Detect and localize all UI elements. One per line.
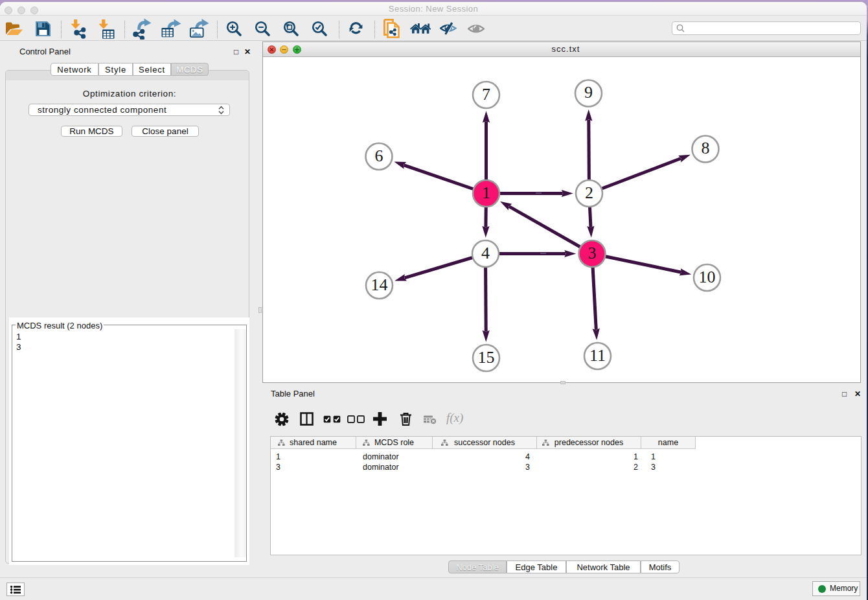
svg-text:3: 3 (588, 244, 597, 262)
svg-text:6: 6 (375, 146, 383, 165)
svg-text:9: 9 (584, 83, 593, 102)
svg-text:7: 7 (482, 85, 490, 104)
svg-text:15: 15 (478, 348, 495, 367)
svg-text:14: 14 (371, 275, 388, 294)
svg-text:10: 10 (699, 268, 716, 286)
svg-text:8: 8 (702, 139, 710, 157)
svg-text:1: 1 (482, 183, 490, 202)
svg-text:11: 11 (589, 346, 606, 365)
svg-text:2: 2 (585, 183, 593, 202)
svg-text:4: 4 (481, 244, 490, 262)
